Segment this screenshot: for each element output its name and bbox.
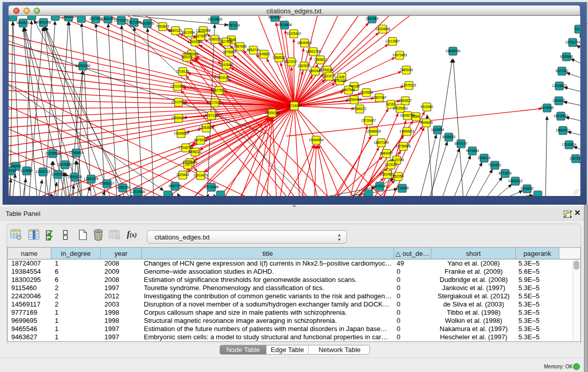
svg-text:10543382: 10543382 (188, 40, 203, 43)
svg-text:10973493: 10973493 (393, 53, 407, 57)
svg-text:62160: 62160 (386, 102, 396, 106)
svg-text:16154808: 16154808 (376, 27, 390, 31)
svg-text:1362615: 1362615 (297, 64, 311, 68)
svg-text:12093873: 12093873 (552, 84, 567, 87)
svg-text:9474444: 9474444 (466, 149, 479, 152)
svg-text:17046766: 17046766 (179, 146, 193, 149)
svg-text:18300295: 18300295 (265, 111, 280, 115)
svg-text:18807249: 18807249 (374, 141, 389, 144)
svg-text:10107553: 10107553 (171, 100, 186, 104)
svg-text:2935114: 2935114 (478, 156, 491, 160)
svg-text:7563822: 7563822 (156, 25, 169, 28)
svg-text:1115682: 1115682 (20, 169, 33, 172)
svg-text:7625402: 7625402 (176, 173, 189, 177)
svg-text:16033809: 16033809 (208, 17, 223, 21)
svg-text:1733426: 1733426 (396, 186, 409, 190)
svg-text:15720407: 15720407 (361, 119, 376, 122)
svg-text:20053346: 20053346 (76, 64, 91, 68)
svg-text:9777169: 9777169 (333, 79, 346, 82)
svg-text:6497568: 6497568 (342, 88, 355, 92)
svg-text:6466160: 6466160 (101, 17, 115, 20)
svg-text:16914479: 16914479 (193, 173, 208, 177)
svg-text:8938923: 8938923 (442, 135, 455, 139)
svg-text:10958107: 10958107 (100, 182, 115, 185)
svg-text:8660123: 8660123 (169, 29, 182, 32)
svg-text:252254: 252254 (393, 174, 404, 178)
svg-text:12923468: 12923468 (130, 190, 145, 193)
svg-text:1588520: 1588520 (272, 56, 286, 59)
svg-text:1244415: 1244415 (552, 99, 565, 102)
svg-text:8990448: 8990448 (309, 69, 322, 73)
svg-text:20364456: 20364456 (347, 98, 362, 101)
svg-text:989015: 989015 (181, 55, 192, 59)
svg-text:12975867: 12975867 (58, 163, 73, 166)
svg-text:2803144: 2803144 (216, 76, 230, 79)
svg-text:2367608: 2367608 (233, 45, 247, 48)
svg-text:935061: 935061 (10, 164, 21, 168)
svg-text:19384554: 19384554 (309, 138, 324, 142)
svg-text:1640954: 1640954 (431, 128, 444, 132)
svg-text:20691406: 20691406 (36, 20, 51, 24)
svg-text:9699695: 9699695 (420, 121, 433, 124)
svg-text:9527500: 9527500 (194, 34, 207, 38)
svg-text:7515526: 7515526 (141, 21, 154, 25)
svg-text:3675685: 3675685 (223, 50, 236, 54)
svg-text:16961758: 16961758 (306, 50, 321, 53)
svg-text:10671355: 10671355 (127, 20, 142, 24)
svg-text:19654923: 19654923 (400, 129, 415, 133)
svg-text:18724007: 18724007 (287, 104, 302, 107)
svg-text:7485063: 7485063 (400, 68, 413, 72)
svg-text:12213967: 12213967 (385, 39, 400, 43)
svg-text:19756928: 19756928 (396, 144, 411, 148)
svg-text:8878334: 8878334 (194, 138, 207, 142)
svg-text:2718126: 2718126 (176, 70, 189, 73)
svg-text:8912954: 8912954 (182, 31, 195, 34)
svg-text:7632621: 7632621 (488, 163, 502, 167)
svg-text:9146821: 9146821 (257, 52, 271, 56)
svg-text:8215956: 8215956 (540, 106, 554, 110)
svg-text:1167533: 1167533 (570, 157, 580, 160)
svg-text:9584: 9584 (412, 115, 420, 118)
svg-text:8471676: 8471676 (498, 171, 512, 175)
svg-text:9405572: 9405572 (16, 21, 30, 25)
svg-text:12505135: 12505135 (68, 175, 82, 179)
svg-text:12942737: 12942737 (36, 170, 51, 173)
svg-text:945: 945 (339, 75, 345, 79)
svg-text:10025433: 10025433 (393, 106, 408, 110)
svg-text:15716485: 15716485 (204, 185, 219, 189)
svg-text:9527508: 9527508 (220, 40, 233, 43)
svg-text:17016504: 17016504 (562, 143, 577, 146)
svg-text:9227342: 9227342 (555, 69, 569, 73)
svg-text:7955812: 7955812 (314, 58, 327, 61)
svg-text:8813054: 8813054 (268, 16, 281, 19)
svg-text:7386372: 7386372 (353, 107, 366, 111)
svg-text:9329966: 9329966 (560, 55, 573, 58)
svg-text:157: 157 (185, 163, 191, 166)
svg-text:417004: 417004 (209, 101, 221, 104)
svg-text:16210643: 16210643 (554, 114, 569, 118)
svg-text:8427552: 8427552 (212, 89, 226, 92)
svg-text:10807487: 10807487 (372, 96, 387, 99)
svg-text:11325419: 11325419 (287, 32, 301, 35)
svg-text:10654112: 10654112 (508, 179, 523, 183)
svg-text:19654923: 19654923 (171, 116, 186, 120)
svg-text:12975115: 12975115 (402, 83, 417, 87)
svg-text:6794028: 6794028 (320, 68, 334, 72)
svg-text:6879197: 6879197 (454, 142, 468, 145)
svg-text:10653267: 10653267 (61, 16, 76, 18)
svg-text:9115460: 9115460 (421, 105, 433, 108)
svg-text:1145194: 1145194 (52, 172, 64, 176)
svg-text:9084067: 9084067 (380, 151, 393, 155)
svg-text:8267110: 8267110 (205, 114, 218, 117)
svg-text:1621072: 1621072 (322, 74, 336, 78)
svg-text:7357224: 7357224 (227, 24, 240, 27)
svg-text:9657791: 9657791 (168, 184, 182, 188)
svg-text:39159: 39159 (9, 169, 16, 172)
svg-text:20120746: 20120746 (389, 158, 404, 162)
svg-text:1615152: 1615152 (384, 163, 398, 166)
svg-text:19166829: 19166829 (174, 132, 189, 135)
svg-text:10688609: 10688609 (366, 129, 381, 133)
svg-text:11174: 11174 (574, 27, 580, 31)
svg-text:9242848: 9242848 (220, 63, 233, 67)
svg-text:2087682: 2087682 (365, 17, 379, 20)
